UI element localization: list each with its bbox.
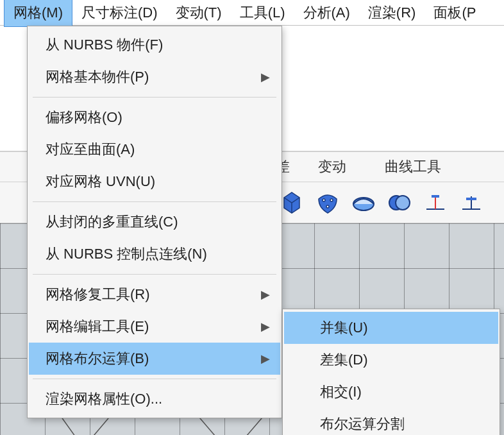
menu-from-nurbs-control-polygon[interactable]: 从 NURBS 控制点连线(N): [29, 238, 280, 270]
svg-point-0: [323, 199, 325, 201]
tool-b-icon[interactable]: [457, 188, 486, 218]
submenu-item-label: 相交(I): [320, 382, 362, 402]
shell-icon[interactable]: [349, 188, 378, 218]
menu-mesh-primitives[interactable]: 网格基本物件(P) ▶: [29, 61, 280, 93]
menubar-item-mesh[interactable]: 网格(M): [4, 0, 72, 27]
menu-from-nurbs-object[interactable]: 从 NURBS 物件(F): [29, 29, 280, 61]
menu-item-label: 网格编辑工具(E): [46, 317, 149, 336]
menubar-item-dimension[interactable]: 尺寸标注(D): [72, 0, 167, 26]
menu-apply-to-surface[interactable]: 对应至曲面(A): [29, 133, 280, 166]
menu-item-label: 偏移网格(O): [46, 108, 122, 127]
menu-item-label: 对应网格 UVN(U): [46, 172, 155, 191]
menubar-item-analyze[interactable]: 分析(A): [294, 0, 359, 26]
chevron-right-icon: ▶: [261, 320, 270, 334]
menu-item-label: 对应至曲面(A): [46, 140, 135, 159]
mesh-boolean-submenu: 并集(U) 差集(D) 相交(I) 布尔运算分割: [282, 309, 500, 435]
chevron-right-icon: ▶: [261, 70, 270, 84]
submenu-intersection[interactable]: 相交(I): [284, 376, 498, 408]
menu-mesh-edit-tools[interactable]: 网格编辑工具(E) ▶: [29, 311, 280, 343]
menubar-item-render[interactable]: 渲染(R): [359, 0, 425, 26]
menubar-item-panel[interactable]: 面板(P: [424, 0, 485, 26]
menu-item-label: 从封闭的多重直线(C): [46, 212, 178, 232]
menubar-item-transform[interactable]: 变动(T): [167, 0, 231, 26]
menubar-item-tools[interactable]: 工具(L): [231, 0, 294, 26]
menu-item-label: 从 NURBS 物件(F): [46, 35, 163, 55]
submenu-item-label: 布尔运算分割: [320, 414, 405, 434]
tool-a-icon[interactable]: [421, 188, 450, 218]
menu-render-mesh-properties[interactable]: 渲染网格属性(O)...: [29, 383, 280, 415]
mesh-menu-dropdown: 从 NURBS 物件(F) 网格基本物件(P) ▶ 偏移网格(O) 对应至曲面(…: [27, 26, 282, 418]
menubar: 网格(M) 尺寸标注(D) 变动(T) 工具(L) 分析(A) 渲染(R) 面板…: [0, 0, 504, 26]
boolean-icon[interactable]: [385, 188, 414, 218]
menu-item-label: 网格布尔运算(B): [46, 349, 149, 368]
menu-separator: [33, 97, 276, 98]
tab-curve-tools[interactable]: 曲线工具: [365, 153, 460, 180]
tab-transform[interactable]: 变动: [299, 153, 365, 180]
submenu-boolean-split[interactable]: 布尔运算分割: [284, 408, 498, 435]
menu-mesh-boolean[interactable]: 网格布尔运算(B) ▶: [29, 343, 280, 375]
svg-point-2: [326, 205, 329, 208]
menu-separator: [33, 274, 276, 275]
svg-point-5: [396, 196, 410, 210]
menu-offset-mesh[interactable]: 偏移网格(O): [29, 101, 280, 133]
mesh-deform-icon[interactable]: [313, 188, 342, 218]
submenu-union[interactable]: 并集(U): [284, 312, 498, 344]
submenu-item-label: 差集(D): [320, 350, 368, 370]
chevron-right-icon: ▶: [261, 352, 270, 366]
menu-item-label: 从 NURBS 控制点连线(N): [46, 244, 207, 264]
menu-mesh-repair-tools[interactable]: 网格修复工具(R) ▶: [29, 278, 280, 311]
menu-separator: [33, 201, 276, 202]
menu-item-label: 网格修复工具(R): [46, 285, 150, 304]
submenu-item-label: 并集(U): [320, 318, 368, 337]
menu-item-label: 渲染网格属性(O)...: [46, 389, 162, 409]
menu-separator: [33, 379, 276, 379]
svg-point-1: [330, 199, 333, 201]
menu-apply-mesh-uvn[interactable]: 对应网格 UVN(U): [29, 166, 280, 198]
submenu-difference[interactable]: 差集(D): [284, 344, 498, 376]
chevron-right-icon: ▶: [261, 287, 270, 302]
menu-item-label: 网格基本物件(P): [46, 67, 149, 87]
menu-from-closed-polyline[interactable]: 从封闭的多重直线(C): [29, 206, 280, 238]
